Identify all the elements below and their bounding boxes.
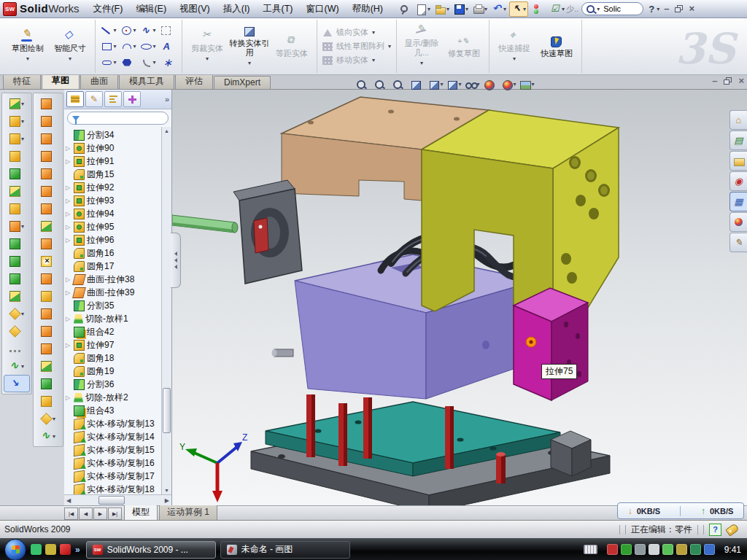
appearances-icon[interactable] [729,212,747,232]
circle-icon[interactable]: ▾ [119,23,139,39]
messenger-status-icon[interactable] [704,544,715,555]
tree-item[interactable]: ▷ 圆角19 [66,365,161,378]
help-caret-icon[interactable]: ▾ [657,6,659,12]
security-alert-icon[interactable] [607,544,618,555]
save-icon[interactable]: ▾ [452,2,470,16]
ejector-rod-part[interactable] [172,215,238,233]
apply-scene-icon[interactable]: ▾ [500,77,518,92]
clamp-block-part[interactable] [233,180,302,284]
dropdown-caret-icon[interactable]: ▾ [440,81,443,88]
dropdown-caret-icon[interactable]: ▾ [133,43,136,50]
thicken-icon[interactable]: ▾ [35,235,61,252]
display-delete-relations-button[interactable]: 显示/删除几... ▾ [400,23,443,69]
curves-icon[interactable]: ▾ [35,427,61,445]
curve-tool-icon[interactable]: ▾ [4,357,30,375]
sync-icon[interactable] [662,544,673,555]
last-tab-button[interactable]: ▶| [108,508,122,520]
smart-dimension-caret-icon[interactable]: ▾ [69,54,71,63]
doc-minimize-button[interactable]: – [712,77,717,85]
mirror-feature-icon[interactable]: ▾ [4,270,30,287]
tree-item[interactable]: ▷ 切除-放样2 [66,391,161,404]
tree-item[interactable]: ▷ 实体-移动/复制13 [66,417,161,430]
boundary-surface-icon[interactable]: ▾ [35,147,61,165]
expand-arrow-icon[interactable]: ▷ [66,211,71,217]
quick-tips-icon[interactable]: ? [709,524,721,536]
dropdown-caret-icon[interactable]: ▾ [133,27,136,34]
scroll-left-icon[interactable]: ◀ [64,497,73,504]
tab-motion-study[interactable]: 运动算例 1 [159,505,217,520]
point-icon[interactable]: ▾ [158,55,178,71]
dropdown-caret-icon[interactable]: ▾ [152,27,155,34]
tab-sketch[interactable]: 草图 [42,73,80,89]
search-box[interactable]: ▾ [581,2,643,15]
convert-caret-icon[interactable]: ▾ [248,58,251,68]
sketch-button[interactable]: 草图绘制 ▾ [7,28,49,65]
update-icon[interactable] [635,544,646,555]
solidworks-quick-icon[interactable] [60,544,71,555]
expand-arrow-icon[interactable]: ▷ [66,224,71,230]
menu-window[interactable]: 窗口(W) [300,1,346,18]
dropdown-caret-icon[interactable]: ▾ [152,59,155,66]
combine-bodies-icon[interactable]: ▾ [4,235,30,252]
mirror-entities[interactable]: 镜向实体 ▾ [321,26,392,39]
print-icon[interactable]: ▾ [471,2,489,16]
swept-surface-icon[interactable]: ▾ [35,95,61,112]
tree-item[interactable]: ▷ 拉伸94 [66,207,161,220]
split-body-icon[interactable]: ▾ [4,252,30,270]
keyboard-layout-icon[interactable] [584,545,597,554]
dimxpertmanager-tab-icon[interactable] [123,91,141,107]
offset-entities-button[interactable]: 等距实体 [271,34,313,60]
tree-item[interactable]: ▷ 圆角16 [66,246,161,260]
revolved-surface-icon[interactable]: ▾ [35,112,61,130]
dropdown-caret-icon[interactable]: ▾ [152,43,155,50]
search-input[interactable] [602,4,638,14]
doc-close-button[interactable]: × [738,77,744,85]
dropdown-caret-icon[interactable]: ▾ [523,6,526,12]
pin-icon[interactable]: ▾ [395,2,413,16]
loft-icon[interactable]: ▾ [4,147,30,165]
expand-arrow-icon[interactable]: ▷ [66,276,71,283]
dropdown-caret-icon[interactable]: ▾ [21,311,24,317]
sketch-text-icon[interactable]: ▾ [158,39,178,55]
reference-geometry-icon[interactable]: ▾ [35,410,61,427]
tree-item[interactable]: ▷ 圆角15 [66,168,161,181]
move-copy-body-icon[interactable]: ▾ [4,287,30,305]
task-paint[interactable]: 未命名 - 画图 [220,541,350,559]
rectangle-icon[interactable]: ▾ [99,39,119,55]
delete-face-icon[interactable]: ▾ [35,252,61,270]
minimize-button[interactable]: – [664,5,669,12]
prev-tab-button[interactable]: ◀ [79,508,93,520]
quick-snaps-button[interactable]: 快速捕捉 ▾ [493,28,535,65]
design-library-icon[interactable] [729,131,747,150]
pattern-icon[interactable]: ▾ [4,217,30,235]
tree-item[interactable]: ▷ 实体-移动/复制16 [66,456,161,470]
untrim-surface-icon[interactable]: ▾ [35,287,61,305]
tree-item[interactable]: ▷ 拉伸97 [66,338,161,351]
step-block-part[interactable] [551,431,591,476]
ruled-surface-icon[interactable]: ▾ [35,340,61,357]
section-view-icon[interactable]: ▾ [409,77,427,92]
dropdown-caret-icon[interactable]: ▾ [465,6,468,12]
messenger-quick-icon[interactable] [31,544,42,555]
dropdown-caret-icon[interactable]: ▾ [446,6,449,12]
edit-appearance-icon[interactable]: ▾ [482,77,500,92]
tree-horizontal-scrollbar[interactable]: ◀ ▶ [64,494,171,505]
select-icon[interactable]: ▾ [509,1,528,17]
expand-arrow-icon[interactable]: ▷ [66,184,71,191]
doc-restore-button[interactable] [724,77,732,85]
reference-axis-icon[interactable]: ▾ [4,340,30,357]
network-warning-icon[interactable] [676,544,687,555]
fillet-feature-icon[interactable]: ▾ [4,130,30,147]
dropdown-caret-icon[interactable]: ▾ [21,101,24,107]
tree-item[interactable]: ▷ 圆角17 [66,260,161,273]
dropdown-caret-icon[interactable]: ▾ [513,81,516,88]
tree-item[interactable]: ▷ 拉伸90 [66,141,161,155]
tab-evaluate[interactable]: 评估 [175,74,213,89]
scroll-down-icon[interactable]: ▼ [164,486,169,494]
extruded-cut-icon[interactable]: ▾ [4,112,30,130]
new-document-icon[interactable]: ▾ [414,2,432,16]
tree-item[interactable]: ▷ 实体-移动/复制17 [66,470,161,483]
custom-properties-icon[interactable] [729,233,747,252]
draft-icon[interactable]: ▾ [4,182,30,200]
antivirus-icon[interactable] [621,544,632,555]
